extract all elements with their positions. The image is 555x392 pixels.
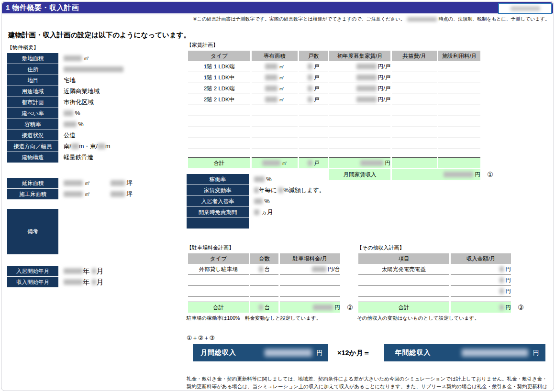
parking-table-cell — [250, 275, 278, 286]
header-underline — [2, 14, 305, 14]
rent-plan-table-header-cell: タイプ — [188, 51, 250, 61]
monthly-rent-value: 円① — [392, 168, 480, 180]
redacted-value — [111, 191, 125, 197]
assumption-row: 稼働率 % — [187, 174, 397, 185]
text-fragment: 太陽光発電売電益 — [382, 266, 426, 272]
text-fragment: ㎡ — [82, 54, 89, 63]
text-fragment: 市街化区域 — [64, 98, 94, 107]
rent-plan-table-cell — [188, 116, 250, 127]
text-fragment: 円 — [504, 288, 511, 294]
circled-number: ① — [487, 171, 493, 178]
rent-plan-table-cell — [438, 138, 480, 149]
assumption-row-value: ヵ月 — [249, 207, 273, 218]
redacted-value — [500, 288, 504, 294]
text-fragment: ㎡ — [278, 75, 285, 80]
rent-plan-table-row: 1階 1 LDK端 ㎡ 戸 円/戸 — [188, 61, 480, 72]
text-fragment: ㎡ — [278, 86, 285, 91]
rent-plan-table-header-cell: 施設利用料/月 — [438, 51, 480, 61]
rent-plan-table-cell: 戸 — [299, 83, 328, 94]
parking-table-total-cell: 円② — [280, 302, 340, 313]
rent-plan-table-cell — [299, 138, 328, 149]
rent-plan-table-header-cell: 共益費/月 — [392, 51, 437, 61]
start-date-row: 入居開始年月年 月 — [7, 266, 183, 276]
rent-plan-table-row — [188, 105, 480, 116]
redacted-value — [500, 266, 504, 272]
redacted-value — [444, 172, 473, 177]
rent-plan-table-total-cell — [438, 157, 480, 168]
other-income-table-area: 項目収入金額/月太陽光発電売電益 円 円 円合計 円③ — [357, 253, 512, 313]
parking-table-cell — [250, 286, 278, 297]
rent-plan-table-cell: ㎡ — [252, 94, 298, 105]
parking-table-cell: 台 — [250, 264, 278, 275]
text-fragment: ㎡ — [278, 64, 285, 69]
text-fragment: 戸 — [312, 160, 320, 166]
redacted-value — [360, 160, 383, 166]
property-row: 地目宅地 — [7, 75, 183, 86]
text-fragment: 戸 — [312, 64, 320, 69]
rent-plan-table-total-row: 合計 ㎡ 戸 円 — [188, 157, 480, 168]
other-income-table: 項目収入金額/月太陽光発電売電益 円 円 円 — [357, 253, 512, 297]
redacted-value — [64, 55, 82, 61]
floor-area-rows: 延床面積 ㎡ 坪施工床面積 ㎡ 坪 — [7, 178, 183, 199]
annual-total-redacted-value — [462, 349, 528, 357]
rent-plan-table-row — [188, 138, 480, 149]
text-fragment: 2階 2 LDK中 — [204, 97, 235, 102]
other-income-table-total-cell: 合計 — [358, 302, 449, 313]
other-income-table-cell: 円 — [451, 286, 511, 297]
text-fragment: 外部貸し駐車場 — [199, 266, 238, 272]
redacted-value — [254, 198, 263, 204]
redacted-value — [254, 187, 259, 193]
property-row-value: 公道 — [58, 130, 76, 141]
page-title: 1 物件概要・収入計画 — [6, 3, 79, 12]
start-date-row-value: 年 月 — [58, 277, 103, 287]
rent-plan-table-cell — [188, 127, 250, 138]
text-fragment: % — [265, 176, 272, 183]
redacted-stamp — [511, 6, 540, 11]
redacted-value — [262, 160, 280, 166]
text-fragment: ヵ月 — [259, 208, 273, 217]
parking-plan-block: 【駐車場料金計画】 タイプ台数駐車場料金/月外部貸し駐車場 台 円/台合計 台 … — [187, 245, 357, 322]
property-row-value — [58, 64, 123, 75]
redacted-value — [64, 66, 123, 72]
rent-plan-table-cell: ㎡ — [252, 83, 298, 94]
redacted-value — [64, 180, 83, 186]
redacted-value — [308, 64, 312, 69]
rent-plan-table-area: タイプ専有面積戸数初年度募集家賃/月共益費/月施設利用料/月1階 1 LDK端 … — [187, 51, 553, 180]
floor-area-row-label: 施工床面積 — [7, 189, 58, 199]
rent-plan-table-cell — [252, 127, 298, 138]
property-row-value: 軽量鉄骨造 — [58, 152, 94, 163]
parking-table-row — [188, 286, 340, 297]
rent-plan-table-cell — [392, 83, 437, 94]
redacted-value — [64, 121, 77, 127]
parking-table-row — [188, 275, 340, 286]
remarks-label: 備考 — [7, 209, 58, 254]
rent-plan-table-header-cell: 専有面積 — [252, 51, 298, 61]
annual-total-box: 年間総収入 円 — [384, 344, 545, 361]
rent-plan-table-cell — [299, 105, 328, 116]
disclaimer-note: ※この経営計画書は予測数字です。実際の経営数字とは相違がでてきますので、ご注意く… — [193, 16, 550, 22]
property-row-label: 敷地面積 — [7, 53, 58, 64]
rent-plan-table-cell — [392, 72, 437, 83]
spacer — [90, 183, 111, 184]
text-fragment: 円 — [473, 172, 480, 177]
assumption-row — [187, 218, 397, 229]
remarks-value — [58, 209, 64, 254]
assumption-row-value: % — [249, 174, 272, 185]
company-stamp-box — [498, 3, 552, 14]
parking-table: タイプ台数駐車場料金/月外部貸し駐車場 台 円/台 — [187, 253, 342, 297]
rent-plan-table-cell — [438, 83, 480, 94]
remarks-row: 備考 — [7, 209, 183, 254]
property-row: 敷地面積 ㎡ — [7, 53, 183, 64]
rent-plan-table-header-cell: 初年度募集家賃/月 — [329, 51, 390, 61]
property-row: 用途地域近隣商業地域 — [7, 86, 183, 97]
assumption-row-label — [187, 218, 249, 229]
section-title-property: 【物件概要】 — [7, 44, 183, 50]
parking-table-total-cell: 台 — [250, 302, 278, 313]
rent-plan-table-row — [188, 127, 480, 138]
redacted-value — [92, 279, 96, 285]
rent-plan-table-cell — [329, 138, 390, 149]
parking-table-total-row: 合計 台 円② — [188, 302, 340, 313]
text-fragment: 円/戸 — [377, 97, 390, 102]
rent-plan-table-cell: 2階 2 LDK端 — [188, 83, 250, 94]
other-income-block: 【その他収入計画】 項目収入金額/月太陽光発電売電益 円 円 円合計 円③ その… — [357, 245, 512, 322]
